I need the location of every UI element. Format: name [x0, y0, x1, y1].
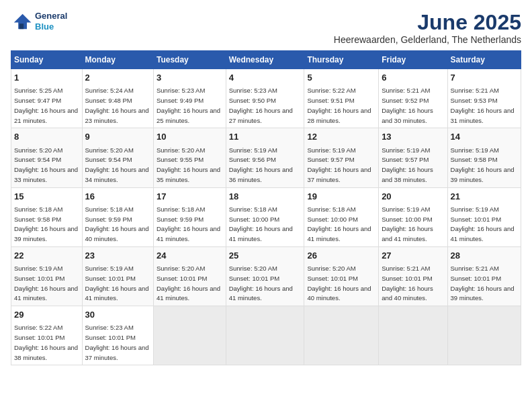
week-row-5: 29Sunrise: 5:22 AMSunset: 10:01 PMDaylig…: [11, 306, 521, 365]
day-cell: 24Sunrise: 5:20 AMSunset: 10:01 PMDaylig…: [154, 246, 226, 306]
day-cell: 11Sunrise: 5:19 AMSunset: 9:56 PMDayligh…: [226, 128, 304, 187]
column-header-saturday: Saturday: [447, 51, 521, 69]
week-row-2: 8Sunrise: 5:20 AMSunset: 9:54 PMDaylight…: [11, 128, 521, 187]
day-number: 27: [382, 250, 444, 262]
day-cell: 7Sunrise: 5:21 AMSunset: 9:53 PMDaylight…: [447, 69, 521, 128]
day-cell: 8Sunrise: 5:20 AMSunset: 9:54 PMDaylight…: [11, 128, 83, 187]
day-number: 19: [307, 191, 375, 203]
day-number: 17: [157, 191, 223, 203]
day-number: 11: [229, 131, 302, 143]
column-header-tuesday: Tuesday: [154, 51, 226, 69]
day-cell: 4Sunrise: 5:23 AMSunset: 9:50 PMDaylight…: [226, 69, 304, 128]
title-area: June 2025 Heerewaarden, Gelderland, The …: [334, 11, 521, 45]
day-cell: 17Sunrise: 5:18 AMSunset: 9:59 PMDayligh…: [154, 187, 226, 246]
column-header-wednesday: Wednesday: [226, 51, 304, 69]
logo: General Blue: [11, 11, 67, 32]
day-info: Sunrise: 5:19 AMSunset: 10:00 PMDaylight…: [382, 205, 433, 242]
day-info: Sunrise: 5:19 AMSunset: 9:57 PMDaylight:…: [382, 146, 433, 183]
day-cell: 12Sunrise: 5:19 AMSunset: 9:57 PMDayligh…: [304, 128, 379, 187]
day-info: Sunrise: 5:21 AMSunset: 10:01 PMDaylight…: [382, 265, 433, 302]
day-cell: 15Sunrise: 5:18 AMSunset: 9:58 PMDayligh…: [11, 187, 83, 246]
day-info: Sunrise: 5:18 AMSunset: 10:00 PMDaylight…: [229, 205, 293, 242]
day-number: 26: [307, 250, 375, 262]
day-cell: 18Sunrise: 5:18 AMSunset: 10:00 PMDaylig…: [226, 187, 304, 246]
logo-text: General Blue: [35, 11, 67, 32]
day-cell: 28Sunrise: 5:21 AMSunset: 10:01 PMDaylig…: [447, 246, 521, 306]
day-number: 1: [14, 72, 79, 84]
calendar-table: SundayMondayTuesdayWednesdayThursdayFrid…: [11, 50, 521, 365]
day-info: Sunrise: 5:20 AMSunset: 10:01 PMDaylight…: [229, 265, 293, 302]
column-header-sunday: Sunday: [11, 51, 83, 69]
day-cell: 16Sunrise: 5:18 AMSunset: 9:59 PMDayligh…: [82, 187, 153, 246]
day-number: 13: [382, 131, 444, 143]
svg-rect-2: [19, 24, 24, 29]
day-info: Sunrise: 5:19 AMSunset: 9:57 PMDaylight:…: [307, 146, 371, 183]
day-info: Sunrise: 5:18 AMSunset: 9:59 PMDaylight:…: [157, 205, 220, 242]
day-info: Sunrise: 5:22 AMSunset: 9:51 PMDaylight:…: [307, 87, 371, 124]
day-number: 12: [307, 131, 375, 143]
week-row-1: 1Sunrise: 5:25 AMSunset: 9:47 PMDaylight…: [11, 69, 521, 128]
day-info: Sunrise: 5:20 AMSunset: 10:01 PMDaylight…: [157, 265, 220, 302]
day-cell: 30Sunrise: 5:23 AMSunset: 10:01 PMDaylig…: [82, 306, 153, 365]
day-number: 22: [14, 250, 79, 262]
day-cell: 26Sunrise: 5:20 AMSunset: 10:01 PMDaylig…: [304, 246, 379, 306]
day-cell: 10Sunrise: 5:20 AMSunset: 9:55 PMDayligh…: [154, 128, 226, 187]
day-number: 10: [157, 131, 223, 143]
day-cell: 25Sunrise: 5:20 AMSunset: 10:01 PMDaylig…: [226, 246, 304, 306]
day-number: 29: [14, 309, 79, 321]
day-info: Sunrise: 5:23 AMSunset: 9:50 PMDaylight:…: [229, 87, 293, 124]
day-number: 2: [85, 72, 150, 84]
column-header-friday: Friday: [379, 51, 447, 69]
day-cell: 14Sunrise: 5:19 AMSunset: 9:58 PMDayligh…: [447, 128, 521, 187]
day-info: Sunrise: 5:19 AMSunset: 10:01 PMDaylight…: [14, 265, 78, 302]
day-number: 3: [157, 72, 223, 84]
page-header: General Blue June 2025 Heerewaarden, Gel…: [11, 11, 521, 45]
day-info: Sunrise: 5:19 AMSunset: 9:58 PMDaylight:…: [451, 146, 515, 183]
day-number: 9: [85, 131, 150, 143]
day-info: Sunrise: 5:24 AMSunset: 9:48 PMDaylight:…: [85, 87, 149, 124]
day-cell: 20Sunrise: 5:19 AMSunset: 10:00 PMDaylig…: [379, 187, 447, 246]
day-info: Sunrise: 5:20 AMSunset: 9:54 PMDaylight:…: [85, 146, 149, 183]
day-number: 25: [229, 250, 302, 262]
day-number: 28: [451, 250, 518, 262]
day-cell: 6Sunrise: 5:21 AMSunset: 9:52 PMDaylight…: [379, 69, 447, 128]
day-cell: [304, 306, 379, 365]
day-cell: [154, 306, 226, 365]
day-cell: 22Sunrise: 5:19 AMSunset: 10:01 PMDaylig…: [11, 246, 83, 306]
week-row-3: 15Sunrise: 5:18 AMSunset: 9:58 PMDayligh…: [11, 187, 521, 246]
week-row-4: 22Sunrise: 5:19 AMSunset: 10:01 PMDaylig…: [11, 246, 521, 306]
day-info: Sunrise: 5:18 AMSunset: 9:59 PMDaylight:…: [85, 205, 149, 242]
day-number: 16: [85, 191, 150, 203]
day-cell: 5Sunrise: 5:22 AMSunset: 9:51 PMDaylight…: [304, 69, 379, 128]
day-number: 30: [85, 309, 150, 321]
day-cell: 9Sunrise: 5:20 AMSunset: 9:54 PMDaylight…: [82, 128, 153, 187]
column-header-monday: Monday: [82, 51, 153, 69]
day-number: 5: [307, 72, 375, 84]
day-cell: 3Sunrise: 5:23 AMSunset: 9:49 PMDaylight…: [154, 69, 226, 128]
day-info: Sunrise: 5:22 AMSunset: 10:01 PMDaylight…: [14, 324, 78, 361]
day-cell: 19Sunrise: 5:18 AMSunset: 10:00 PMDaylig…: [304, 187, 379, 246]
day-info: Sunrise: 5:19 AMSunset: 10:01 PMDaylight…: [451, 205, 515, 242]
day-info: Sunrise: 5:18 AMSunset: 9:58 PMDaylight:…: [14, 205, 78, 242]
day-info: Sunrise: 5:19 AMSunset: 10:01 PMDaylight…: [85, 265, 149, 302]
day-info: Sunrise: 5:21 AMSunset: 9:52 PMDaylight:…: [382, 87, 433, 124]
day-number: 20: [382, 191, 444, 203]
day-number: 23: [85, 250, 150, 262]
day-info: Sunrise: 5:19 AMSunset: 9:56 PMDaylight:…: [229, 146, 293, 183]
day-number: 8: [14, 131, 79, 143]
month-title: June 2025: [334, 11, 521, 34]
day-info: Sunrise: 5:23 AMSunset: 10:01 PMDaylight…: [85, 324, 149, 361]
day-cell: 1Sunrise: 5:25 AMSunset: 9:47 PMDaylight…: [11, 69, 83, 128]
day-number: 6: [382, 72, 444, 84]
day-info: Sunrise: 5:21 AMSunset: 9:53 PMDaylight:…: [451, 87, 515, 124]
day-info: Sunrise: 5:18 AMSunset: 10:00 PMDaylight…: [307, 205, 371, 242]
day-cell: 27Sunrise: 5:21 AMSunset: 10:01 PMDaylig…: [379, 246, 447, 306]
header-row: SundayMondayTuesdayWednesdayThursdayFrid…: [11, 51, 521, 69]
day-cell: 23Sunrise: 5:19 AMSunset: 10:01 PMDaylig…: [82, 246, 153, 306]
day-number: 4: [229, 72, 302, 84]
day-info: Sunrise: 5:23 AMSunset: 9:49 PMDaylight:…: [157, 87, 220, 124]
day-info: Sunrise: 5:20 AMSunset: 9:55 PMDaylight:…: [157, 146, 220, 183]
logo-icon: [11, 11, 32, 32]
day-number: 18: [229, 191, 302, 203]
day-number: 24: [157, 250, 223, 262]
